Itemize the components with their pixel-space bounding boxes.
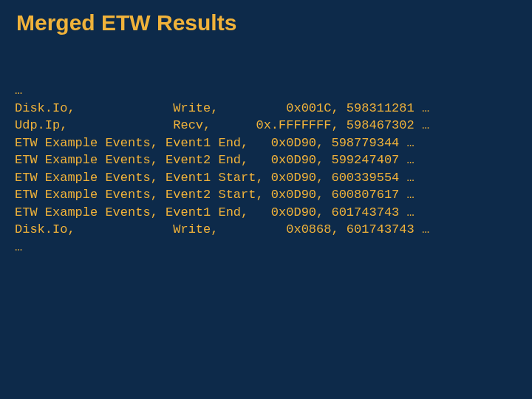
code-line: ETW Example Events, Event2 End, 0x0D90, … bbox=[15, 153, 415, 167]
code-line: ETW Example Events, Event2 Start, 0x0D90… bbox=[15, 188, 415, 202]
code-line: Disk.Io, Write, 0x001C, 598311281 … bbox=[15, 101, 429, 115]
code-line: … bbox=[15, 240, 22, 254]
code-block: … Disk.Io, Write, 0x001C, 598311281 … Ud… bbox=[15, 65, 517, 273]
code-line: … bbox=[15, 83, 22, 98]
code-line: Udp.Ip, Recv, 0x.FFFFFFF, 598467302 … bbox=[15, 118, 429, 132]
code-line: ETW Example Events, Event1 Start, 0x0D90… bbox=[15, 171, 415, 185]
code-line: ETW Example Events, Event1 End, 0x0D90, … bbox=[15, 136, 415, 150]
slide: Merged ETW Results … Disk.Io, Write, 0x0… bbox=[0, 0, 532, 399]
page-title: Merged ETW Results bbox=[16, 10, 517, 35]
code-line: ETW Example Events, Event1 End, 0x0D90, … bbox=[15, 205, 415, 219]
code-line: Disk.Io, Write, 0x0868, 601743743 … bbox=[15, 222, 429, 236]
